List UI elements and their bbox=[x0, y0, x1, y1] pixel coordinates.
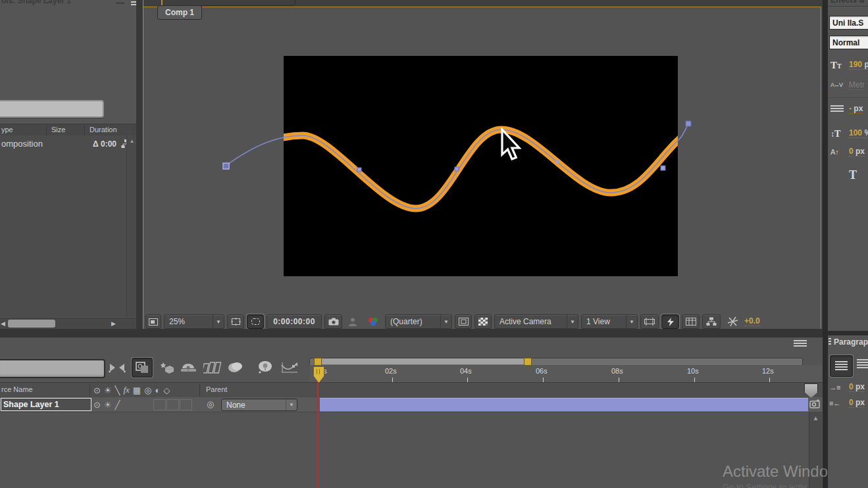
cti-line[interactable] bbox=[317, 366, 319, 488]
brainstorm-button[interactable] bbox=[228, 362, 243, 374]
composition-name[interactable]: omposition bbox=[1, 139, 43, 149]
frame-blending-button[interactable] bbox=[180, 362, 197, 374]
view-layout-dropdown[interactable]: 1 View ▼ bbox=[581, 314, 638, 329]
project-vscrollbar[interactable]: ▲ bbox=[126, 135, 137, 317]
align-center-button[interactable] bbox=[857, 359, 868, 372]
graph-editor-button[interactable] bbox=[280, 361, 299, 374]
layer-name-box[interactable]: Shape Layer 1 bbox=[1, 398, 91, 411]
mask-visibility-button[interactable] bbox=[247, 314, 264, 329]
font-size-value[interactable]: 190 px bbox=[849, 61, 868, 70]
vertical-scale-value[interactable]: 100 % bbox=[849, 129, 868, 138]
timeline-toolbar bbox=[109, 357, 299, 378]
panel-minimize-icon[interactable]: — bbox=[116, 0, 124, 7]
parent-header[interactable]: Parent bbox=[206, 385, 227, 393]
auto-keyframe-button[interactable] bbox=[257, 361, 274, 374]
adjustment-layer-icon[interactable]: ◐ bbox=[155, 385, 160, 395]
source-name-header[interactable]: rce Name bbox=[1, 385, 33, 393]
layer-quality-icon[interactable]: ╱ bbox=[115, 400, 120, 410]
align-left-button[interactable] bbox=[830, 355, 853, 377]
panel-grip bbox=[829, 338, 831, 346]
region-of-interest-button[interactable] bbox=[455, 314, 472, 329]
right-panel-divider[interactable] bbox=[823, 0, 828, 488]
leading-icon bbox=[830, 105, 844, 113]
scroll-left-icon[interactable]: ◀ bbox=[1, 320, 5, 327]
project-hscrollbar[interactable]: ◀ ▶ bbox=[0, 318, 136, 329]
scroll-up-icon[interactable]: ▲ bbox=[809, 412, 822, 422]
project-row-composition[interactable]: omposition Δ 0:00 bbox=[0, 137, 126, 153]
quality-icon[interactable]: ╲ bbox=[115, 385, 120, 395]
paragraph-panel-tab[interactable]: Paragrap bbox=[828, 336, 868, 349]
ruler-label: 08s bbox=[611, 367, 623, 375]
layer-video-icon[interactable]: ⊙ bbox=[93, 400, 101, 410]
panel-menu-icon[interactable] bbox=[131, 1, 136, 7]
layer-switch-box[interactable] bbox=[153, 399, 166, 410]
column-type[interactable]: ype bbox=[1, 126, 13, 134]
show-channel-button[interactable] bbox=[363, 314, 382, 329]
effects-panel-tab-clipped[interactable]: Effects & bbox=[830, 0, 865, 5]
active-camera-dropdown[interactable]: Active Camera ▼ bbox=[494, 314, 578, 329]
indent-left-value[interactable]: 0 px bbox=[849, 383, 865, 392]
shy-layers-button[interactable] bbox=[159, 361, 174, 374]
font-family-field[interactable]: Uni Ila.S bbox=[829, 16, 868, 30]
resolution-dropdown[interactable]: (Quarter) ▼ bbox=[385, 314, 452, 329]
motion-blur-button[interactable] bbox=[203, 361, 222, 374]
effects-icon[interactable]: fx bbox=[123, 385, 129, 395]
time-ruler[interactable]: :00s 02s 04s 06s 08s 10s 12s bbox=[309, 365, 823, 383]
work-area-bar[interactable] bbox=[320, 358, 524, 364]
leading-value[interactable]: - px bbox=[849, 105, 863, 114]
scroll-right-icon[interactable]: ▶ bbox=[111, 320, 116, 327]
exposure-value[interactable]: +0.0 bbox=[744, 317, 760, 326]
grid-guides-button[interactable] bbox=[227, 314, 244, 329]
solo-icon[interactable]: ☀ bbox=[104, 385, 112, 395]
chevron-down-icon: ▼ bbox=[286, 399, 297, 410]
character-panel: Effects & Uni Ila.S Normal TT 190 px A↔V… bbox=[828, 0, 868, 488]
baseline-shift-value[interactable]: 0 px bbox=[849, 147, 865, 157]
viewer-lock-button[interactable] bbox=[145, 314, 161, 329]
layer-switch-box[interactable] bbox=[180, 399, 192, 410]
comp-flowchart-button[interactable] bbox=[702, 314, 721, 329]
indent-right-icon: ≡← bbox=[829, 399, 849, 407]
draft-3d-button[interactable] bbox=[132, 358, 153, 378]
scroll-up-icon[interactable]: ▲ bbox=[127, 135, 137, 144]
layer-solo-icon[interactable]: ☀ bbox=[104, 400, 112, 410]
frame-blend-icon[interactable]: ▦ bbox=[133, 385, 141, 395]
motion-blur-icon[interactable]: ◎ bbox=[144, 385, 151, 395]
timeline-button[interactable] bbox=[682, 314, 700, 329]
comp-marker-bin[interactable] bbox=[804, 383, 818, 398]
comp-mini-flowchart-button[interactable] bbox=[109, 362, 126, 373]
layer-end-icon[interactable] bbox=[809, 399, 821, 409]
fast-previews-button[interactable] bbox=[661, 314, 679, 329]
kerning-value[interactable]: Metr bbox=[849, 80, 865, 90]
horizontal-panel-divider[interactable] bbox=[0, 329, 823, 337]
layer-switch-box[interactable] bbox=[166, 399, 179, 410]
ruler-label: 04s bbox=[460, 367, 472, 375]
layer-name[interactable]: Shape Layer 1 bbox=[1, 400, 59, 409]
parent-dropdown[interactable]: None ▼ bbox=[221, 399, 297, 411]
pixel-aspect-button[interactable] bbox=[640, 314, 659, 329]
snapshot-button[interactable] bbox=[324, 314, 342, 329]
layer-row[interactable]: Shape Layer 1 ⊙ ☀ ╱ ◎ None ▼ bbox=[0, 397, 823, 412]
comp-viewport[interactable] bbox=[284, 56, 678, 276]
panel-divider-vertical[interactable] bbox=[136, 0, 143, 337]
font-size-icon: TT bbox=[830, 59, 849, 71]
parent-pick-whip-icon[interactable]: ◎ bbox=[207, 399, 214, 409]
av-features-icon[interactable]: ⊙ bbox=[93, 385, 101, 395]
transparency-grid-button[interactable] bbox=[474, 314, 492, 329]
comp-tab[interactable]: Comp 1 bbox=[157, 5, 202, 20]
comp-timecode[interactable]: 0:00:00:00 bbox=[267, 314, 322, 329]
layer-duration-bar[interactable] bbox=[320, 398, 808, 412]
column-size[interactable]: Size bbox=[51, 126, 65, 134]
reset-exposure-button[interactable] bbox=[723, 314, 742, 329]
show-snapshot-button[interactable] bbox=[345, 314, 361, 329]
ruler-label: 10s bbox=[687, 367, 699, 375]
threed-layer-icon[interactable]: ◇ bbox=[163, 385, 170, 395]
column-duration[interactable]: Duration bbox=[89, 126, 117, 134]
faux-bold-button[interactable]: T bbox=[849, 168, 857, 182]
timeline-panel-menu-icon[interactable] bbox=[794, 340, 807, 347]
hscroll-thumb[interactable] bbox=[8, 320, 55, 328]
timeline-timecode-field[interactable] bbox=[0, 359, 105, 378]
indent-right-value[interactable]: 0 px bbox=[849, 399, 865, 408]
magnification-dropdown[interactable]: 25% ▼ bbox=[164, 314, 224, 329]
project-search-field[interactable] bbox=[0, 100, 104, 118]
font-style-field[interactable]: Normal bbox=[829, 36, 868, 49]
